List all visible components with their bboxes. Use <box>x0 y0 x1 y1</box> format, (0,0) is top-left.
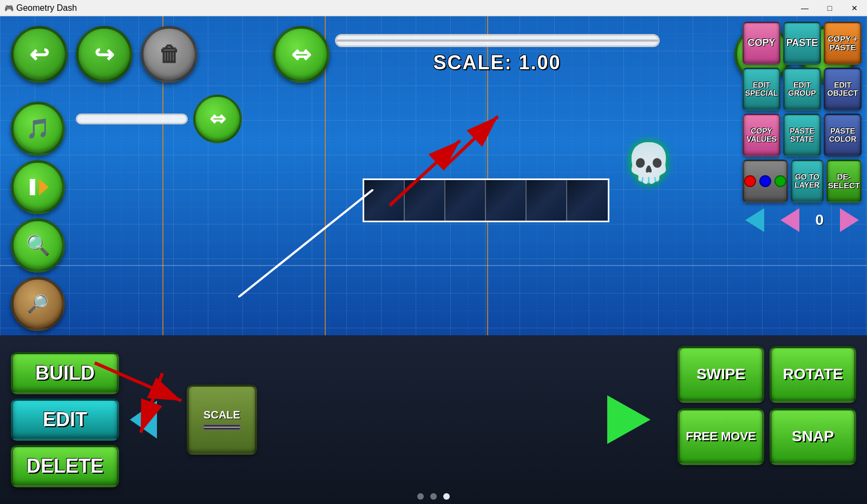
scale-slider-container: SCALE: 1.00 <box>335 34 660 74</box>
swipe-button[interactable]: SWIPE <box>678 346 764 403</box>
go-to-layer-button[interactable]: GO TO LAYER <box>791 160 824 203</box>
delete-mode-button[interactable]: DELETE <box>11 445 119 487</box>
bottom-nav-area <box>130 401 157 439</box>
dot-2 <box>430 493 437 500</box>
dot-red <box>744 175 756 187</box>
paste-button[interactable]: PASTE <box>783 22 821 65</box>
dot-blue <box>759 175 771 187</box>
window-title: Geometry Dash <box>16 3 77 13</box>
right-bottom-buttons: SWIPE ROTATE FREE MOVE SNAP <box>678 346 856 465</box>
music-icon: 🎵 <box>26 117 50 140</box>
redo-button[interactable]: ↪ <box>76 26 133 83</box>
bottom-bar: BUILD EDIT DELETE SCALE <box>0 335 867 504</box>
right-row-2: EDIT SPECIAL EDIT GROUP EDIT OBJECT <box>743 68 862 111</box>
dot-3 <box>443 493 450 500</box>
deselect-button[interactable]: DE- SELECT <box>826 160 862 203</box>
music-button[interactable]: 🎵 <box>11 102 65 156</box>
edit-mode-button[interactable]: EDIT <box>11 399 119 441</box>
block-3 <box>445 180 486 221</box>
page-number: 0 <box>816 211 824 229</box>
main-container: 💀 <box>0 16 867 504</box>
page-prev2-button[interactable] <box>780 208 799 232</box>
page-nav-row: 0 <box>743 205 862 235</box>
scale-area: ⇔ SCALE: 1.00 <box>206 26 726 83</box>
dot-green <box>774 175 786 187</box>
bottom-left-arrow[interactable] <box>130 401 157 439</box>
dots-indicator <box>417 493 450 500</box>
edit-object-button[interactable]: EDIT OBJECT <box>824 68 862 111</box>
maximize-button[interactable]: □ <box>817 0 842 16</box>
scale-toggle-button[interactable]: ⇔ <box>273 26 330 83</box>
build-mode-button[interactable]: BUILD <box>11 352 119 394</box>
play-button-bottom[interactable] <box>607 395 651 444</box>
block-1 <box>364 180 405 221</box>
play-mode-button[interactable] <box>11 160 65 214</box>
right-row-1: COPY PASTE COPY + PASTE <box>743 22 862 65</box>
page-next-button[interactable] <box>840 208 859 232</box>
block-row <box>363 178 609 222</box>
scale-icon-bar <box>203 424 241 430</box>
zoom-in-icon: 🔍 <box>26 234 50 257</box>
block-5 <box>527 180 567 221</box>
scale-button-2[interactable]: ⇔ <box>193 95 242 143</box>
dot-1 <box>417 493 424 500</box>
block-4 <box>486 180 527 221</box>
right-row-3: COPY VALUES PASTE STATE PASTE COLOR <box>743 114 862 157</box>
scale-arrows-icon: ⇔ <box>291 41 311 68</box>
right-bottom-row-1: SWIPE ROTATE <box>678 346 856 403</box>
mode-buttons: BUILD EDIT DELETE <box>11 352 119 487</box>
copy-values-button[interactable]: COPY VALUES <box>743 114 780 157</box>
zoom-out-button[interactable]: 🔎 <box>11 277 65 331</box>
redo-icon: ↪ <box>94 41 114 68</box>
play-icon-bottom <box>607 395 651 444</box>
undo-icon: ↩ <box>29 41 49 68</box>
scale-track[interactable] <box>335 34 660 47</box>
play-icon <box>27 176 49 198</box>
titlebar: 🎮 Geometry Dash — □ ✕ <box>0 0 867 16</box>
scale-tool-button[interactable]: SCALE <box>187 384 257 455</box>
color-dots <box>744 175 786 187</box>
titlebar-controls: — □ ✕ <box>792 0 867 16</box>
close-button[interactable]: ✕ <box>842 0 867 16</box>
right-bottom-row-2: FREE MOVE SNAP <box>678 408 856 465</box>
minimize-button[interactable]: — <box>792 0 817 16</box>
page-prev-button[interactable] <box>745 208 764 232</box>
svg-marker-5 <box>39 179 49 195</box>
copy-button[interactable]: COPY <box>743 22 780 65</box>
trash-button[interactable]: 🗑 <box>141 26 198 83</box>
snap-button[interactable]: SNAP <box>770 408 856 465</box>
skull-icon: 💀 <box>625 141 672 185</box>
edit-special-button[interactable]: EDIT SPECIAL <box>743 68 780 111</box>
rotate-button[interactable]: ROTATE <box>770 346 856 403</box>
window-icon: 🎮 <box>4 4 14 12</box>
zoom-in-button[interactable]: 🔍 <box>11 218 65 273</box>
right-panel: COPY PASTE COPY + PASTE EDIT SPECIAL EDI… <box>737 16 867 352</box>
copy-paste-button[interactable]: COPY + PASTE <box>824 22 862 65</box>
editor-area: 💀 <box>0 16 867 335</box>
platform-blocks <box>363 178 609 222</box>
paste-state-button[interactable]: PASTE STATE <box>783 114 821 157</box>
paste-color-button[interactable]: PASTE COLOR <box>824 114 862 157</box>
right-row-4: GO TO LAYER DE- SELECT <box>743 160 862 203</box>
trash-icon: 🗑 <box>159 42 180 67</box>
undo-button[interactable]: ↩ <box>11 26 68 83</box>
scale-tool-area: SCALE <box>187 384 257 455</box>
scale-tool-label: SCALE <box>203 409 240 421</box>
edit-group-button[interactable]: EDIT GROUP <box>783 68 821 111</box>
block-2 <box>405 180 445 221</box>
scale-arrows-2-icon: ⇔ <box>209 108 226 130</box>
block-6 <box>567 180 608 221</box>
free-move-button[interactable]: FREE MOVE <box>678 408 764 465</box>
color-button[interactable] <box>743 160 788 203</box>
svg-rect-4 <box>30 179 35 195</box>
scale-label: SCALE: 1.00 <box>433 51 561 74</box>
zoom-out-icon: 🔎 <box>27 294 49 314</box>
